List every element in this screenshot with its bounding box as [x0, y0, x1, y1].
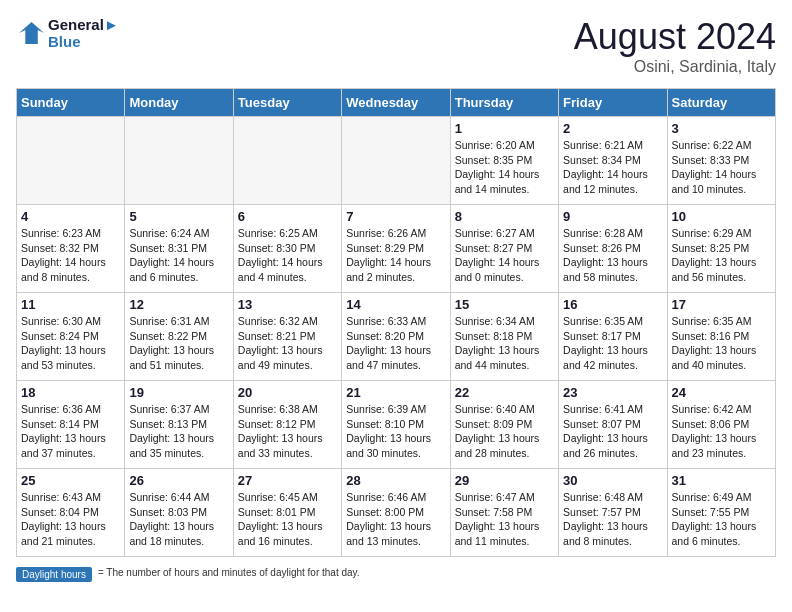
col-header-thursday: Thursday: [450, 89, 558, 117]
day-info: Sunrise: 6:39 AM Sunset: 8:10 PM Dayligh…: [346, 402, 445, 461]
day-number: 20: [238, 385, 337, 400]
day-cell: 27 Sunrise: 6:45 AM Sunset: 8:01 PM Dayl…: [233, 469, 341, 557]
day-number: 5: [129, 209, 228, 224]
day-info: Sunrise: 6:20 AM Sunset: 8:35 PM Dayligh…: [455, 138, 554, 197]
sunrise: Sunrise: 6:48 AM: [563, 490, 662, 505]
sunrise: Sunrise: 6:30 AM: [21, 314, 120, 329]
sunrise: Sunrise: 6:43 AM: [21, 490, 120, 505]
day-info: Sunrise: 6:23 AM Sunset: 8:32 PM Dayligh…: [21, 226, 120, 285]
sunrise: Sunrise: 6:42 AM: [672, 402, 771, 417]
calendar-table: SundayMondayTuesdayWednesdayThursdayFrid…: [16, 88, 776, 557]
day-info: Sunrise: 6:44 AM Sunset: 8:03 PM Dayligh…: [129, 490, 228, 549]
sunrise: Sunrise: 6:25 AM: [238, 226, 337, 241]
day-info: Sunrise: 6:47 AM Sunset: 7:58 PM Dayligh…: [455, 490, 554, 549]
daylight: Daylight: 13 hours and 30 minutes.: [346, 431, 445, 460]
sunrise: Sunrise: 6:41 AM: [563, 402, 662, 417]
day-number: 12: [129, 297, 228, 312]
col-header-friday: Friday: [559, 89, 667, 117]
daylight: Daylight: 13 hours and 18 minutes.: [129, 519, 228, 548]
daylight: Daylight: 13 hours and 56 minutes.: [672, 255, 771, 284]
daylight: Daylight: 14 hours and 14 minutes.: [455, 167, 554, 196]
day-cell: 15 Sunrise: 6:34 AM Sunset: 8:18 PM Dayl…: [450, 293, 558, 381]
day-info: Sunrise: 6:25 AM Sunset: 8:30 PM Dayligh…: [238, 226, 337, 285]
sunrise: Sunrise: 6:23 AM: [21, 226, 120, 241]
day-cell: 7 Sunrise: 6:26 AM Sunset: 8:29 PM Dayli…: [342, 205, 450, 293]
day-number: 26: [129, 473, 228, 488]
sunset: Sunset: 8:18 PM: [455, 329, 554, 344]
daylight: Daylight: 13 hours and 35 minutes.: [129, 431, 228, 460]
day-cell: 28 Sunrise: 6:46 AM Sunset: 8:00 PM Dayl…: [342, 469, 450, 557]
day-info: Sunrise: 6:33 AM Sunset: 8:20 PM Dayligh…: [346, 314, 445, 373]
sunset: Sunset: 8:29 PM: [346, 241, 445, 256]
week-row-2: 4 Sunrise: 6:23 AM Sunset: 8:32 PM Dayli…: [17, 205, 776, 293]
day-info: Sunrise: 6:42 AM Sunset: 8:06 PM Dayligh…: [672, 402, 771, 461]
sunrise: Sunrise: 6:31 AM: [129, 314, 228, 329]
day-cell: 26 Sunrise: 6:44 AM Sunset: 8:03 PM Dayl…: [125, 469, 233, 557]
daylight: Daylight: 13 hours and 58 minutes.: [563, 255, 662, 284]
daylight: Daylight: 14 hours and 12 minutes.: [563, 167, 662, 196]
day-cell: 20 Sunrise: 6:38 AM Sunset: 8:12 PM Dayl…: [233, 381, 341, 469]
col-header-saturday: Saturday: [667, 89, 775, 117]
daylight: Daylight: 14 hours and 6 minutes.: [129, 255, 228, 284]
day-cell: 13 Sunrise: 6:32 AM Sunset: 8:21 PM Dayl…: [233, 293, 341, 381]
sunset: Sunset: 8:09 PM: [455, 417, 554, 432]
daylight: Daylight: 14 hours and 2 minutes.: [346, 255, 445, 284]
day-cell: 4 Sunrise: 6:23 AM Sunset: 8:32 PM Dayli…: [17, 205, 125, 293]
daylight: Daylight: 13 hours and 47 minutes.: [346, 343, 445, 372]
sunrise: Sunrise: 6:40 AM: [455, 402, 554, 417]
day-number: 31: [672, 473, 771, 488]
sunrise: Sunrise: 6:22 AM: [672, 138, 771, 153]
title-block: August 2024 Osini, Sardinia, Italy: [574, 16, 776, 76]
daylight: Daylight: 13 hours and 53 minutes.: [21, 343, 120, 372]
sunrise: Sunrise: 6:37 AM: [129, 402, 228, 417]
sunrise: Sunrise: 6:49 AM: [672, 490, 771, 505]
day-cell: [233, 117, 341, 205]
day-cell: 19 Sunrise: 6:37 AM Sunset: 8:13 PM Dayl…: [125, 381, 233, 469]
day-number: 6: [238, 209, 337, 224]
day-cell: [125, 117, 233, 205]
day-info: Sunrise: 6:35 AM Sunset: 8:16 PM Dayligh…: [672, 314, 771, 373]
sunset: Sunset: 8:35 PM: [455, 153, 554, 168]
sunrise: Sunrise: 6:46 AM: [346, 490, 445, 505]
day-info: Sunrise: 6:36 AM Sunset: 8:14 PM Dayligh…: [21, 402, 120, 461]
logo-text: General► Blue: [48, 16, 119, 50]
sunrise: Sunrise: 6:20 AM: [455, 138, 554, 153]
daylight: Daylight: 13 hours and 6 minutes.: [672, 519, 771, 548]
day-cell: 25 Sunrise: 6:43 AM Sunset: 8:04 PM Dayl…: [17, 469, 125, 557]
sunrise: Sunrise: 6:35 AM: [672, 314, 771, 329]
daylight: Daylight: 13 hours and 37 minutes.: [21, 431, 120, 460]
day-info: Sunrise: 6:24 AM Sunset: 8:31 PM Dayligh…: [129, 226, 228, 285]
logo-icon: [16, 19, 44, 47]
daylight: Daylight: 13 hours and 8 minutes.: [563, 519, 662, 548]
daylight: Daylight: 14 hours and 10 minutes.: [672, 167, 771, 196]
sunset: Sunset: 8:25 PM: [672, 241, 771, 256]
day-number: 17: [672, 297, 771, 312]
daylight: Daylight: 13 hours and 44 minutes.: [455, 343, 554, 372]
sunrise: Sunrise: 6:27 AM: [455, 226, 554, 241]
day-info: Sunrise: 6:38 AM Sunset: 8:12 PM Dayligh…: [238, 402, 337, 461]
day-info: Sunrise: 6:28 AM Sunset: 8:26 PM Dayligh…: [563, 226, 662, 285]
sunset: Sunset: 8:32 PM: [21, 241, 120, 256]
sunset: Sunset: 8:34 PM: [563, 153, 662, 168]
sunrise: Sunrise: 6:45 AM: [238, 490, 337, 505]
sunrise: Sunrise: 6:28 AM: [563, 226, 662, 241]
sunset: Sunset: 8:33 PM: [672, 153, 771, 168]
daylight: Daylight: 14 hours and 4 minutes.: [238, 255, 337, 284]
day-info: Sunrise: 6:27 AM Sunset: 8:27 PM Dayligh…: [455, 226, 554, 285]
sunset: Sunset: 8:06 PM: [672, 417, 771, 432]
day-cell: [342, 117, 450, 205]
sunrise: Sunrise: 6:36 AM: [21, 402, 120, 417]
sunrise: Sunrise: 6:35 AM: [563, 314, 662, 329]
day-info: Sunrise: 6:22 AM Sunset: 8:33 PM Dayligh…: [672, 138, 771, 197]
sunrise: Sunrise: 6:44 AM: [129, 490, 228, 505]
daylight: Daylight: 13 hours and 51 minutes.: [129, 343, 228, 372]
daylight: Daylight: 13 hours and 11 minutes.: [455, 519, 554, 548]
day-cell: 12 Sunrise: 6:31 AM Sunset: 8:22 PM Dayl…: [125, 293, 233, 381]
day-cell: 29 Sunrise: 6:47 AM Sunset: 7:58 PM Dayl…: [450, 469, 558, 557]
day-number: 4: [21, 209, 120, 224]
day-number: 24: [672, 385, 771, 400]
sunset: Sunset: 8:26 PM: [563, 241, 662, 256]
day-cell: 17 Sunrise: 6:35 AM Sunset: 8:16 PM Dayl…: [667, 293, 775, 381]
day-cell: 31 Sunrise: 6:49 AM Sunset: 7:55 PM Dayl…: [667, 469, 775, 557]
day-cell: 16 Sunrise: 6:35 AM Sunset: 8:17 PM Dayl…: [559, 293, 667, 381]
